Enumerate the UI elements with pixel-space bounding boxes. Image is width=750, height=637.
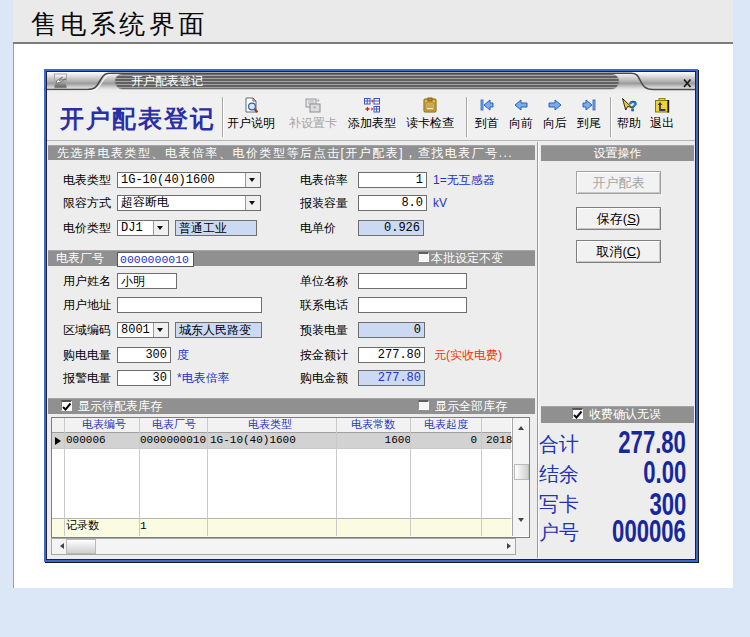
svg-text:+: +	[316, 97, 320, 104]
svg-text:?: ?	[629, 98, 638, 114]
svg-text:*: *	[313, 104, 316, 113]
